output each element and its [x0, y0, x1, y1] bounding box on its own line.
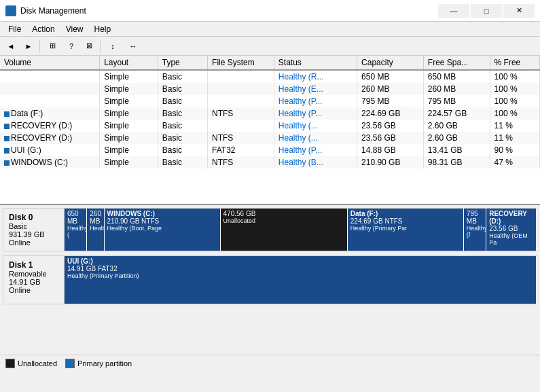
zoom-out-button[interactable]: ↔: [124, 39, 143, 54]
cell-pct: 100 %: [490, 95, 539, 107]
cell-capacity: 795 MB: [357, 95, 424, 107]
menu-help[interactable]: Help: [89, 23, 117, 35]
menu-action[interactable]: Action: [26, 23, 60, 35]
cell-layout: Simple: [100, 144, 158, 156]
partition-unallocated[interactable]: 470.56 GB Unallocated: [221, 209, 348, 251]
disk0-row: Disk 0 Basic 931.39 GB Online 650 MB Hea…: [3, 208, 537, 251]
title-bar: Disk Management — □ ✕: [0, 0, 540, 22]
partition-windows[interactable]: WINDOWS (C:) 210.90 GB NTFS Healthy (Boo…: [105, 209, 221, 251]
cell-fs: NTFS: [208, 107, 274, 120]
vol-icon: [4, 148, 10, 154]
cell-status: Healthy (P...: [274, 144, 357, 156]
zoom-in-button[interactable]: ↕: [103, 39, 122, 54]
window-title: Disk Management: [20, 6, 86, 16]
vol-icon: [4, 160, 10, 166]
cell-fs: NTFS: [208, 156, 274, 168]
punalloc-status: Unallocated: [223, 217, 344, 224]
cell-volume: RECOVERY (D:): [0, 120, 100, 132]
legend-primary-label: Primary partition: [77, 359, 132, 368]
puui-size: 14.91 GB FAT32: [67, 265, 533, 272]
toolbar-separator-2: [100, 40, 101, 52]
pwin-status: Healthy (Boot, Page: [107, 225, 217, 232]
cell-free: 224.57 GB: [423, 107, 490, 120]
cell-free: 98.31 GB: [423, 156, 490, 168]
table-row[interactable]: WINDOWS (C:) Simple Basic NTFS Healthy (…: [0, 156, 540, 168]
back-button[interactable]: ◄: [3, 39, 19, 54]
cell-volume: Data (F:): [0, 107, 100, 120]
col-layout[interactable]: Layout: [100, 56, 158, 70]
cell-type: Basic: [158, 132, 207, 144]
menu-view[interactable]: View: [60, 23, 89, 35]
legend-unallocated-box: [5, 359, 15, 368]
table-row[interactable]: Simple Basic Healthy (E... 260 MB 260 MB…: [0, 83, 540, 95]
app-icon: [5, 5, 16, 16]
disk0-label: Disk 0 Basic 931.39 GB Online: [3, 209, 65, 251]
cell-free: 13.41 GB: [423, 144, 490, 156]
cell-capacity: 650 MB: [357, 70, 424, 83]
disk-table-area[interactable]: Volume Layout Type File System Status Ca…: [0, 56, 540, 205]
punalloc-size: 470.56 GB: [223, 210, 344, 217]
partition-795mb[interactable]: 795 MB Healthy (f: [464, 209, 486, 251]
vol-icon: [4, 111, 10, 117]
cell-pct: 100 %: [490, 107, 539, 120]
partition-recovery[interactable]: RECOVERY (D:) 23.56 GB Healthy (OEM Pa: [486, 209, 537, 251]
pwin-size: 210.90 GB NTFS: [107, 217, 217, 225]
cell-status: Healthy (P...: [274, 107, 357, 120]
p650-status: Healthy (: [67, 225, 84, 238]
cell-status: Healthy (R...: [274, 70, 357, 83]
pwin-name: WINDOWS (C:): [107, 210, 217, 217]
cell-volume: WINDOWS (C:): [0, 156, 100, 168]
help-button[interactable]: ?: [63, 39, 79, 54]
cell-fs: [208, 83, 274, 95]
properties-button[interactable]: ⊠: [81, 39, 97, 54]
partition-uui[interactable]: UUI (G:) 14.91 GB FAT32 Healthy (Primary…: [65, 256, 537, 304]
col-volume[interactable]: Volume: [0, 56, 100, 70]
close-button[interactable]: ✕: [503, 4, 535, 18]
table-row[interactable]: RECOVERY (D:) Simple Basic NTFS Healthy …: [0, 132, 540, 144]
partition-650mb[interactable]: 650 MB Healthy (: [65, 209, 87, 251]
cell-capacity: 23.56 GB: [357, 132, 424, 144]
cell-pct: 100 %: [490, 70, 539, 83]
show-disk-button[interactable]: ⊞: [43, 39, 62, 54]
table-row[interactable]: UUI (G:) Simple Basic FAT32 Healthy (P..…: [0, 144, 540, 156]
forward-button[interactable]: ►: [20, 39, 37, 54]
toolbar: ◄ ► ⊞ ? ⊠ ↕ ↔: [0, 37, 540, 56]
cell-pct: 11 %: [490, 132, 539, 144]
pdata-status: Healthy (Primary Par: [350, 225, 461, 232]
legend-primary: Primary partition: [65, 359, 132, 368]
title-bar-left: Disk Management: [5, 5, 86, 16]
partition-260mb[interactable]: 260 MB Healthy: [87, 209, 104, 251]
col-filesystem[interactable]: File System: [208, 56, 274, 70]
disk1-partitions: UUI (G:) 14.91 GB FAT32 Healthy (Primary…: [65, 256, 537, 304]
main-area: Volume Layout Type File System Status Ca…: [0, 56, 540, 392]
partition-data[interactable]: Data (F:) 224.69 GB NTFS Healthy (Primar…: [348, 209, 464, 251]
col-type[interactable]: Type: [158, 56, 207, 70]
maximize-button[interactable]: □: [471, 4, 502, 18]
cell-layout: Simple: [100, 156, 158, 168]
disk0-size: 931.39 GB: [9, 230, 45, 238]
col-capacity[interactable]: Capacity: [357, 56, 424, 70]
table-row[interactable]: Simple Basic Healthy (P... 795 MB 795 MB…: [0, 95, 540, 107]
table-row[interactable]: RECOVERY (D:) Simple Basic Healthy (... …: [0, 120, 540, 132]
cell-capacity: 210.90 GB: [357, 156, 424, 168]
disk0-type: Basic: [9, 222, 27, 230]
col-freespace[interactable]: Free Spa...: [423, 56, 490, 70]
vol-icon: [4, 124, 10, 129]
menu-file[interactable]: File: [3, 23, 26, 35]
table-row[interactable]: Simple Basic Healthy (R... 650 MB 650 MB…: [0, 70, 540, 83]
cell-status: Healthy (B...: [274, 156, 357, 168]
precov-size: 23.56 GB: [489, 225, 533, 232]
puui-name: UUI (G:): [67, 257, 533, 265]
cell-status: Healthy (...: [274, 132, 357, 144]
cell-volume: [0, 70, 100, 83]
col-pctfree[interactable]: % Free: [490, 56, 539, 70]
minimize-button[interactable]: —: [438, 4, 469, 18]
vol-icon: [4, 136, 10, 141]
col-status[interactable]: Status: [274, 56, 357, 70]
legend-unallocated: Unallocated: [5, 359, 57, 368]
cell-capacity: 260 MB: [357, 83, 424, 95]
p650-size: 650 MB: [67, 210, 84, 225]
precov-status: Healthy (OEM Pa: [489, 232, 533, 246]
table-row[interactable]: Data (F:) Simple Basic NTFS Healthy (P..…: [0, 107, 540, 120]
p260-size: 260 MB: [90, 210, 101, 225]
